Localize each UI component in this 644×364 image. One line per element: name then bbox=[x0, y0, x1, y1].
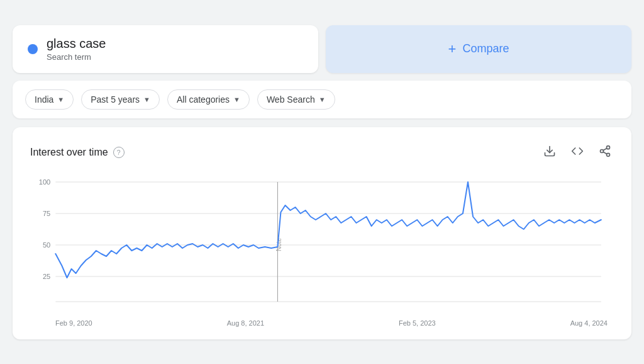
search-term-label: Search term bbox=[47, 52, 106, 62]
main-container: glass case Search term + Compare India ▼… bbox=[13, 25, 631, 339]
category-filter-label: All categories bbox=[177, 94, 230, 105]
svg-text:75: 75 bbox=[43, 210, 50, 217]
search-term-info: glass case Search term bbox=[47, 37, 106, 62]
x-label-2: Aug 8, 2021 bbox=[227, 319, 264, 327]
time-chevron-icon: ▼ bbox=[143, 96, 150, 103]
time-filter-label: Past 5 years bbox=[91, 94, 140, 105]
region-chevron-icon: ▼ bbox=[57, 96, 64, 103]
share-button[interactable] bbox=[596, 142, 614, 163]
x-label-4: Aug 4, 2024 bbox=[570, 319, 608, 327]
svg-text:25: 25 bbox=[43, 273, 50, 280]
search-term-name: glass case bbox=[47, 37, 106, 51]
chart-title: Interest over time bbox=[30, 147, 108, 158]
search-term-card: glass case Search term bbox=[13, 25, 318, 73]
svg-line-4 bbox=[603, 152, 607, 154]
time-filter[interactable]: Past 5 years ▼ bbox=[81, 89, 160, 110]
compare-card[interactable]: + Compare bbox=[326, 25, 631, 73]
category-filter[interactable]: All categories ▼ bbox=[167, 89, 250, 110]
search-type-filter[interactable]: Web Search ▼ bbox=[257, 89, 335, 110]
top-row: glass case Search term + Compare bbox=[13, 25, 631, 73]
chart-svg: 100 75 50 25 Note bbox=[30, 176, 614, 314]
chart-area: 100 75 50 25 Note bbox=[30, 176, 614, 314]
compare-label: Compare bbox=[462, 42, 509, 55]
x-labels: Feb 9, 2020 Aug 8, 2021 Feb 5, 2023 Aug … bbox=[30, 319, 614, 327]
chart-actions bbox=[541, 142, 614, 163]
search-term-dot bbox=[28, 44, 38, 54]
region-filter[interactable]: India ▼ bbox=[25, 89, 74, 110]
region-filter-label: India bbox=[35, 94, 53, 105]
x-label-1: Feb 9, 2020 bbox=[55, 319, 92, 327]
svg-text:Note: Note bbox=[275, 237, 282, 251]
help-icon[interactable]: ? bbox=[113, 147, 125, 158]
svg-text:50: 50 bbox=[43, 241, 50, 249]
chart-header: Interest over time ? bbox=[30, 142, 614, 163]
x-label-3: Feb 5, 2023 bbox=[399, 319, 436, 327]
svg-text:100: 100 bbox=[39, 178, 50, 186]
category-chevron-icon: ▼ bbox=[233, 96, 240, 103]
svg-line-5 bbox=[603, 148, 607, 150]
compare-plus-icon: + bbox=[448, 41, 457, 57]
search-type-chevron-icon: ▼ bbox=[319, 96, 326, 103]
search-type-filter-label: Web Search bbox=[267, 94, 315, 105]
chart-title-row: Interest over time ? bbox=[30, 147, 125, 158]
embed-button[interactable] bbox=[569, 142, 586, 163]
download-button[interactable] bbox=[541, 142, 558, 163]
chart-card: Interest over time ? bbox=[13, 127, 631, 339]
filters-row: India ▼ Past 5 years ▼ All categories ▼ … bbox=[13, 81, 631, 118]
